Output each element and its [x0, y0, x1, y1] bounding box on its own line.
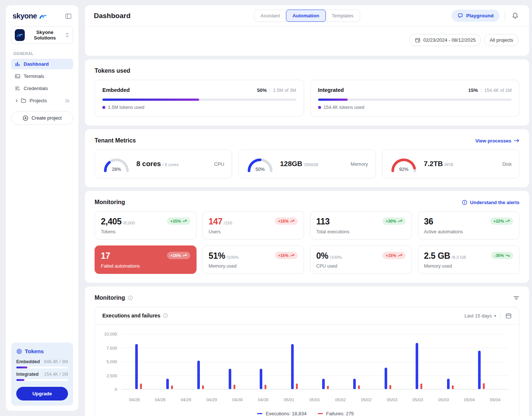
metric-label: Memory: [351, 161, 368, 167]
token-usage-track: [318, 99, 512, 101]
org-selector[interactable]: Skyone Solutions: [11, 26, 73, 44]
stat-card-cpu-used: 0%/100% +15% CPU used: [310, 245, 412, 274]
disk-gauge: 92%: [390, 156, 418, 172]
metric-label: Disk: [502, 161, 512, 167]
stat-label: Memory used: [424, 264, 514, 269]
calendar-icon: [415, 37, 420, 43]
x-axis-label: 05/02: [354, 398, 379, 402]
brand-logo: skyone: [11, 12, 73, 20]
stat-card-failed-automations: 17 +15% Failed automations: [95, 245, 197, 274]
view-processes-link[interactable]: View processes: [475, 138, 519, 144]
y-axis-label: 5,000: [106, 360, 117, 364]
trend-badge: +15%: [275, 217, 298, 225]
brand-logo-text: skyone: [13, 12, 37, 20]
failures-bar: [140, 384, 142, 389]
stat-card-memory-used-gb: 2.5 GB/8.3 GB -35% Memory used: [418, 245, 520, 274]
tab-templates[interactable]: Templates: [325, 10, 360, 21]
failures-bar: [389, 385, 391, 389]
section-title-text: Monitoring: [95, 295, 125, 301]
sidebar-item-credentials[interactable]: Credentials: [11, 83, 73, 94]
memory-gauge: 50%: [246, 156, 274, 172]
failures-bar: [420, 384, 422, 389]
legend-dot: [102, 106, 105, 109]
executions-bar: [135, 344, 138, 389]
failures-bar: [171, 385, 173, 389]
filter-icon[interactable]: [513, 295, 519, 301]
arrow-right-icon: [514, 138, 519, 143]
sidebar-item-label: Dashboard: [24, 61, 49, 67]
executions-bar: [166, 379, 169, 389]
metric-value: 8 cores: [136, 160, 161, 168]
y-axis-label: 2,500: [106, 374, 117, 378]
token-card-fraction: 1.5M of 3M: [270, 88, 296, 93]
trend-badge: +22%: [490, 217, 513, 225]
token-progress-fill: [16, 379, 24, 381]
executions-bar: [260, 369, 262, 389]
tab-automation[interactable]: Automation: [286, 10, 326, 22]
understand-alerts-link[interactable]: Understand the alerts: [462, 200, 519, 205]
failures-bar: [202, 385, 204, 389]
executions-bar: [416, 343, 418, 389]
stat-value: 51%: [209, 251, 225, 261]
playground-button[interactable]: Playground: [451, 10, 499, 22]
tokens-used-section: Tokens used Embedded 50% 1.5M of 3M 1.5M…: [85, 59, 529, 126]
notifications-bell-icon[interactable]: [510, 11, 520, 21]
x-axis-label: 05/01: [302, 398, 328, 402]
legend-swatch: [318, 413, 323, 414]
chevron-up-down-icon: [65, 32, 69, 38]
stat-denominator: /100%: [330, 255, 342, 259]
stat-denominator: /8,000: [123, 221, 135, 225]
metric-card-disk: 92% 7.2TB/8TB Disk: [382, 149, 519, 178]
legend-item-failures: Failures: 275: [318, 411, 354, 416]
failures-bar: [358, 385, 360, 389]
filter-row: 02/23/2024 - 08/12/2025 All projects: [85, 27, 529, 56]
sidebar-item-label: Projects: [30, 98, 47, 103]
trend-badge: +30%: [382, 217, 405, 225]
x-axis-label: 05/03: [379, 398, 405, 402]
trend-badge: +15%: [167, 217, 190, 225]
tokens-panel: Tokens Embedded 646.4K / 3M Integrated 1…: [11, 343, 73, 406]
plus-circle-icon: [23, 115, 28, 121]
chevron-down-icon: ▾: [494, 314, 496, 318]
tab-assistant[interactable]: Assistant: [254, 10, 286, 21]
upgrade-button[interactable]: Upgrade: [16, 387, 68, 400]
executions-bar: [291, 344, 294, 389]
skyone-swoosh-icon: [39, 13, 47, 19]
playground-label: Playground: [466, 13, 494, 18]
metric-value: 128GB: [280, 160, 302, 168]
stat-label: Tokens: [101, 229, 190, 234]
sidebar-collapse-icon[interactable]: [65, 13, 72, 20]
stat-card-users: 147/150 +15% Users: [202, 211, 304, 240]
tokens-used-card-embedded: Embedded 50% 1.5M of 3M 1.5M tokens used: [95, 80, 304, 117]
stat-denominator: /150: [224, 221, 232, 225]
create-project-label: Create project: [31, 115, 62, 121]
chart-legend: Executions: 18,834 Failures: 275: [103, 411, 508, 416]
monitoring-chart-section: Monitoring Executions and failures: [85, 286, 529, 416]
divider: [501, 312, 501, 319]
failures-bar: [327, 386, 329, 389]
calendar-icon[interactable]: [505, 313, 512, 319]
nav-section-label: GENERAL: [13, 51, 71, 56]
info-icon: [128, 295, 133, 300]
create-project-button[interactable]: Create project: [11, 111, 73, 125]
projects-filter[interactable]: All projects: [484, 34, 519, 46]
legend-label: Executions: 18,834: [266, 411, 307, 416]
tokens-used-card-integrated: Integrated 15% 154.4K of 1M 154.4K token…: [310, 80, 520, 117]
executions-bar: [322, 379, 325, 389]
x-axis-label: 04/28: [147, 398, 173, 402]
view-processes-label: View processes: [475, 138, 511, 144]
range-dropdown[interactable]: Last 15 days ▾: [464, 313, 496, 319]
date-range-picker[interactable]: 02/23/2024 - 08/12/2025: [409, 34, 481, 46]
stat-value: 147: [209, 217, 222, 226]
sidebar-item-projects[interactable]: Projects 2k: [11, 95, 73, 106]
sidebar-item-dashboard[interactable]: Dashboard: [11, 59, 73, 69]
gauge-percent: 28%: [102, 167, 130, 172]
sidebar-item-terminals[interactable]: Terminals: [11, 71, 73, 82]
gauge-percent: 50%: [246, 167, 274, 172]
metric-denominator: /8TB: [444, 162, 453, 167]
token-card-percent: 50%: [257, 87, 270, 93]
stat-card-active-automations: 36 +22% Active automations: [418, 211, 520, 240]
metric-denominator: / 8 cores: [163, 162, 179, 167]
tokens-panel-title: Tokens: [25, 348, 44, 354]
monitoring-stats-section: Monitoring Understand the alerts 2,405/8…: [85, 191, 529, 283]
